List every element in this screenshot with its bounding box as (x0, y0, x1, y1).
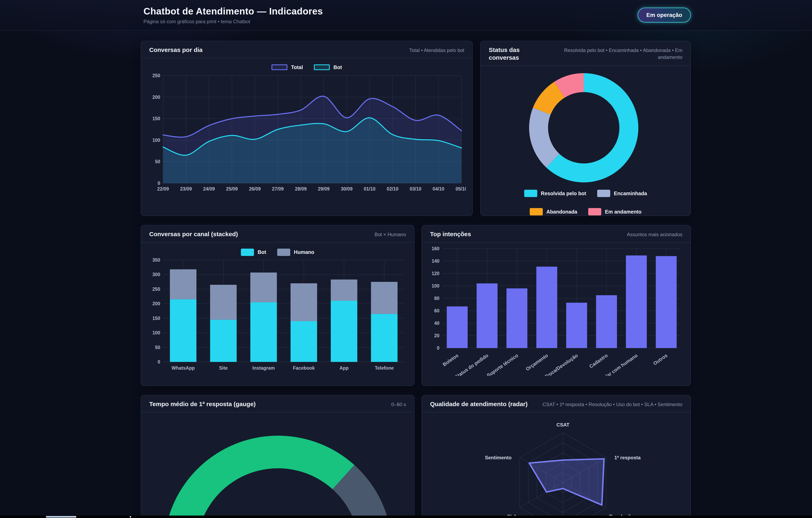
svg-text:29/09: 29/09 (318, 186, 330, 192)
svg-text:Boletos: Boletos (442, 352, 460, 367)
panel-title: Qualidade de atendimento (radar) (430, 400, 527, 408)
panel-header: Top intenções Assuntos mais acionados (422, 225, 691, 242)
legend-label: Bot (334, 64, 342, 70)
panel-title: Top intenções (430, 230, 471, 238)
svg-text:Sentimento: Sentimento (485, 455, 512, 460)
dashboard-grid: Conversas por dia Total • Atendidas pelo… (141, 41, 691, 518)
bar-or-amento[interactable] (536, 266, 557, 348)
bar-bot-app[interactable] (331, 301, 357, 362)
bar-humano-facebook[interactable] (291, 283, 317, 321)
grid (163, 260, 404, 362)
panel-subtitle: 0–60 s (391, 401, 406, 408)
panel-subtitle: CSAT • 1ª resposta • Resolução • Uso do … (543, 401, 683, 408)
svg-text:50: 50 (155, 345, 160, 350)
legend-item-encaminhada[interactable]: Encaminhada (597, 190, 647, 197)
channel-stacked-bar-chart[interactable]: 050100150200250300350WhatsAppSiteInstagr… (148, 257, 408, 373)
svg-text:160: 160 (432, 246, 439, 251)
bar-humano-app[interactable] (331, 279, 357, 300)
panel-title: Status das conversas (489, 46, 544, 61)
panel-header: Tempo médio de 1ª resposta (gauge) 0–60 … (141, 395, 414, 412)
svg-text:Status do pedido: Status do pedido (454, 352, 489, 376)
svg-text:60: 60 (434, 308, 439, 313)
svg-text:Site: Site (219, 365, 228, 371)
legend-item-resolvida-pelo-bot[interactable]: Resolvida pelo bot (524, 190, 586, 197)
svg-text:150: 150 (152, 116, 160, 121)
svg-text:100: 100 (152, 137, 160, 143)
bar-humano-whatsapp[interactable] (170, 269, 197, 299)
first-response-gauge-chart[interactable] (148, 415, 408, 518)
legend-item-abandonada[interactable]: Abandonada (530, 208, 577, 215)
status-badge: Em operação (638, 7, 691, 23)
panel-subtitle: Total • Atendidas pelo bot (409, 47, 464, 54)
bar-humano-telefone[interactable] (371, 282, 398, 314)
svg-text:Troca/Devolução: Troca/Devolução (544, 352, 579, 376)
bar-bot-instagram[interactable] (250, 302, 277, 362)
gauge-value-arc (164, 436, 354, 518)
svg-text:Orçamento: Orçamento (525, 352, 549, 372)
svg-text:Suporte técnico: Suporte técnico (486, 352, 519, 376)
svg-text:CSAT: CSAT (556, 422, 570, 428)
svg-text:05/10: 05/10 (456, 186, 466, 192)
panel-subtitle: Resolvida pelo bot • Encaminhada • Aband… (562, 47, 683, 60)
bar-outros[interactable] (656, 256, 677, 348)
svg-text:0: 0 (437, 345, 439, 351)
svg-text:01/10: 01/10 (364, 186, 376, 192)
svg-text:350: 350 (152, 257, 160, 263)
svg-text:140: 140 (432, 258, 439, 264)
svg-text:27/09: 27/09 (272, 186, 284, 192)
header-text-block: Chatbot de Atendimento — Indicadores Pág… (141, 6, 323, 25)
daily-conversations-area-chart[interactable]: 05010015020025022/0923/0924/0925/0926/09… (148, 71, 466, 194)
conversation-status-donut-chart[interactable] (488, 69, 684, 184)
bar-bot-facebook[interactable] (291, 321, 317, 362)
bar-bot-whatsapp[interactable] (170, 299, 197, 362)
bar-status-do-pedido[interactable] (476, 283, 497, 348)
legend-item-em-andamento[interactable]: Em andamento (588, 208, 641, 215)
svg-text:WhatsApp: WhatsApp (172, 365, 195, 371)
dashboard-row-1: Conversas por dia Total • Atendidas pelo… (141, 41, 691, 216)
legend-item-humano[interactable]: Humano (277, 249, 314, 256)
legend-label: Abandonada (546, 209, 577, 215)
panel-body (141, 412, 414, 518)
dashboard-row-3: Tempo médio de 1ª resposta (gauge) 0–60 … (141, 395, 691, 518)
page-subtitle: Página só com gráficos para print • tema… (141, 19, 323, 25)
svg-text:50: 50 (155, 159, 160, 164)
svg-text:100: 100 (152, 330, 160, 336)
bar-humano-instagram[interactable] (250, 272, 277, 302)
bar-suporte-t-cnico[interactable] (506, 288, 527, 348)
svg-text:200: 200 (152, 301, 160, 306)
legend-label: Humano (294, 249, 314, 255)
svg-text:200: 200 (152, 94, 160, 99)
legend-swatch (530, 208, 543, 215)
panel-body: BotHumano 050100150200250300350WhatsAppS… (141, 242, 414, 376)
legend-item-bot[interactable]: Bot (241, 249, 266, 256)
svg-text:03/10: 03/10 (410, 186, 422, 192)
panel-status-das-conversas: Status das conversas Resolvida pelo bot … (480, 41, 691, 216)
panel-body: CSAT1ª respostaResoluçãoUso do botSLASen… (422, 412, 691, 518)
service-quality-radar-chart[interactable]: CSAT1ª respostaResoluçãoUso do botSLASen… (429, 415, 684, 518)
legend-label: Total (291, 64, 303, 70)
legend-item-bot[interactable]: Bot (314, 64, 342, 70)
page-header: Chatbot de Atendimento — Indicadores Pág… (0, 0, 812, 31)
svg-text:02/10: 02/10 (387, 186, 399, 192)
bar-bot-site[interactable] (210, 319, 237, 362)
svg-text:25/09: 25/09 (226, 186, 238, 192)
panel-body: 020406080100120140160BoletosStatus do pe… (422, 242, 691, 379)
svg-text:Outros: Outros (652, 352, 668, 366)
bar-boletos[interactable] (447, 306, 468, 348)
cut-tick (130, 516, 131, 517)
legend-label: Resolvida pelo bot (541, 191, 586, 196)
svg-text:Facebook: Facebook (293, 365, 315, 371)
bar-bot-telefone[interactable] (371, 314, 398, 362)
top-intents-bar-chart[interactable]: 020406080100120140160BoletosStatus do pe… (429, 246, 684, 376)
svg-text:100: 100 (432, 283, 439, 289)
panel-conversas-por-dia: Conversas por dia Total • Atendidas pelo… (141, 41, 473, 216)
bar-falar-com-humano[interactable] (626, 255, 647, 348)
bar-troca-devolu-o[interactable] (566, 303, 587, 348)
bar-cadastro[interactable] (596, 295, 617, 348)
svg-text:300: 300 (152, 272, 160, 277)
legend-swatch (241, 249, 254, 256)
legend-item-total[interactable]: Total (271, 64, 303, 70)
svg-text:80: 80 (434, 296, 439, 301)
bar-humano-site[interactable] (210, 285, 237, 319)
svg-text:26/09: 26/09 (249, 186, 261, 192)
